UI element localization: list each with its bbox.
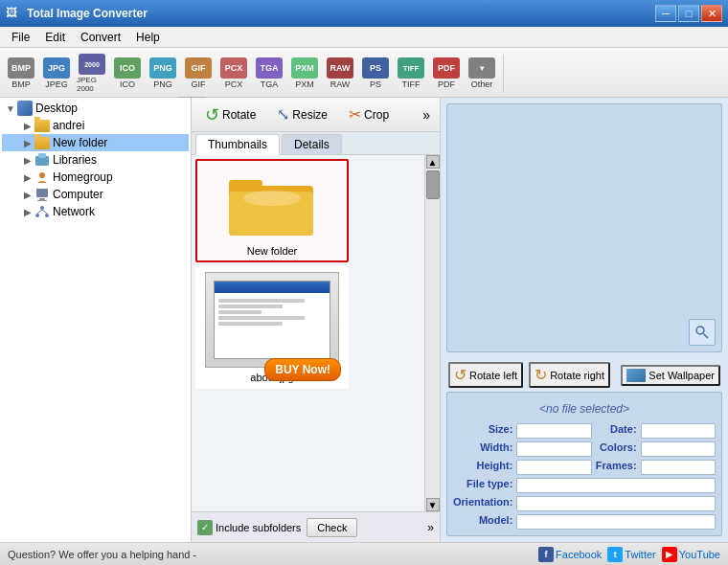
info-panel: <no file selected> Size: Date: Width: Co… xyxy=(446,392,722,536)
expand-button[interactable]: » xyxy=(419,105,434,124)
tree-toggle-network[interactable]: ▶ xyxy=(21,207,34,217)
rotate-right-button[interactable]: ↻ Rotate right xyxy=(529,362,610,388)
format-bmp[interactable]: BMP BMP xyxy=(4,55,38,92)
format-ico[interactable]: ICO ICO xyxy=(110,55,145,92)
tab-thumbnails[interactable]: Thumbnails xyxy=(195,134,280,155)
set-wallpaper-button[interactable]: Set Wallpaper xyxy=(621,365,720,386)
format-raw[interactable]: RAW RAW xyxy=(323,55,357,92)
tree-toggle-computer[interactable]: ▶ xyxy=(21,190,34,200)
tree-toggle-new-folder[interactable]: ▶ xyxy=(21,138,34,148)
svg-point-8 xyxy=(45,214,49,217)
filetype-key: File type: xyxy=(453,478,512,493)
buy-now-button[interactable]: BUY Now! xyxy=(264,358,341,381)
scroll-down[interactable]: ▼ xyxy=(426,498,440,511)
menubar: File Edit Convert Help xyxy=(0,27,728,48)
rotate-left-button[interactable]: ↺ Rotate left xyxy=(448,362,523,388)
folder-icon-new-folder xyxy=(34,135,50,150)
tree-toggle-homegroup[interactable]: ▶ xyxy=(21,172,34,183)
format-pxm[interactable]: PXM PXM xyxy=(287,55,322,92)
rotate-button[interactable]: ↺ Rotate xyxy=(197,102,263,128)
tree-toggle-andrei[interactable]: ▶ xyxy=(21,121,34,131)
svg-point-15 xyxy=(696,327,704,334)
menu-file[interactable]: File xyxy=(4,29,37,46)
preview-area xyxy=(446,103,722,352)
format-jpeg[interactable]: JPG JPEG xyxy=(39,55,74,92)
thumbnail-new-folder[interactable]: New folder xyxy=(195,159,349,262)
format-pdf[interactable]: PDF PDF xyxy=(429,55,464,92)
check-icon: ✓ xyxy=(197,520,213,535)
homegroup-icon xyxy=(34,170,50,185)
minimize-button[interactable]: ─ xyxy=(655,5,676,22)
tree-toggle-desktop[interactable]: ▼ xyxy=(4,103,17,114)
check-button[interactable]: Check xyxy=(307,518,357,537)
tabs-bar: Thumbnails Details xyxy=(192,132,440,155)
folder-icon-andrei xyxy=(34,118,50,133)
format-tga[interactable]: TGA TGA xyxy=(252,55,286,92)
tree-item-network[interactable]: ▶ Network xyxy=(2,203,189,220)
svg-point-2 xyxy=(39,172,45,178)
svg-line-16 xyxy=(704,334,709,339)
ps-icon: PS xyxy=(362,57,389,79)
format-jpeg2000[interactable]: 2000 JPEG 2000 xyxy=(75,51,109,96)
menu-convert[interactable]: Convert xyxy=(73,29,128,46)
scroll-thumb[interactable] xyxy=(426,170,440,199)
height-value xyxy=(516,460,591,475)
network-icon xyxy=(34,204,50,219)
tab-details[interactable]: Details xyxy=(282,134,342,154)
menu-edit[interactable]: Edit xyxy=(37,29,73,46)
statusbar-right: f Facebook t Twitter ▶ YouTube xyxy=(538,547,720,562)
tree-item-desktop[interactable]: ▼ Desktop xyxy=(2,100,189,117)
rotate-left-icon: ↺ xyxy=(454,366,466,384)
close-button[interactable]: ✕ xyxy=(701,5,722,22)
scroll-track[interactable]: ▲ ▼ xyxy=(424,155,440,511)
orientation-key: Orientation: xyxy=(453,496,512,511)
thumbnail-about-jpg[interactable]: BUY Now! about.jpg xyxy=(195,266,349,389)
right-panel: ↺ Rotate left ↻ Rotate right Set Wallpap… xyxy=(441,98,728,542)
pxm-icon: PXM xyxy=(291,57,318,79)
tree-item-computer[interactable]: ▶ Computer xyxy=(2,186,189,203)
youtube-link[interactable]: ▶ YouTube xyxy=(662,547,720,562)
twitter-link[interactable]: t Twitter xyxy=(607,547,655,562)
jpeg-icon: JPG xyxy=(43,57,70,79)
format-other[interactable]: ▾ Other xyxy=(465,55,499,92)
scroll-up[interactable]: ▲ xyxy=(426,155,440,169)
main-layout: ▼ Desktop ▶ andrei ▶ New folder ▶ Librar… xyxy=(0,98,728,542)
tree-item-new-folder[interactable]: ▶ New folder xyxy=(2,134,189,151)
computer-icon xyxy=(34,187,50,202)
model-key: Model: xyxy=(453,514,512,530)
other-icon: ▾ xyxy=(468,57,495,79)
toolbar-sep xyxy=(503,55,504,93)
format-ps[interactable]: PS PS xyxy=(358,55,393,92)
maximize-button[interactable]: □ xyxy=(678,5,699,22)
width-value xyxy=(516,441,591,457)
crop-button[interactable]: ✂ Crop xyxy=(341,102,397,126)
frames-key: Frames: xyxy=(596,460,637,475)
desktop-icon xyxy=(17,101,33,116)
pcx-icon: PCX xyxy=(220,57,247,79)
statusbar: Question? We offer you a helping hand - … xyxy=(0,542,728,565)
format-tiff[interactable]: TIFF TIFF xyxy=(394,55,428,92)
menu-help[interactable]: Help xyxy=(128,29,168,46)
orientation-value xyxy=(516,496,716,511)
include-subfolders-label[interactable]: ✓ Include subfolders xyxy=(197,520,301,535)
size-key: Size: xyxy=(453,423,512,439)
format-toolbar: BMP BMP JPG JPEG 2000 JPEG 2000 ICO ICO … xyxy=(0,48,728,98)
tree-toggle-libraries[interactable]: ▶ xyxy=(21,155,34,166)
format-png[interactable]: PNG PNG xyxy=(146,55,180,92)
bmp-icon: BMP xyxy=(8,57,34,79)
svg-line-10 xyxy=(42,210,47,214)
expand-right-button[interactable]: » xyxy=(427,521,434,534)
format-gif[interactable]: GIF GIF xyxy=(181,55,216,92)
gif-icon: GIF xyxy=(185,57,212,79)
zoom-button[interactable] xyxy=(689,319,716,346)
resize-button[interactable]: ⤡ Resize xyxy=(269,102,335,126)
format-pcx[interactable]: PCX PCX xyxy=(216,55,251,92)
tree-item-homegroup[interactable]: ▶ Homegroup xyxy=(2,169,189,186)
facebook-link[interactable]: f Facebook xyxy=(538,547,602,562)
sidebar: ▼ Desktop ▶ andrei ▶ New folder ▶ Librar… xyxy=(0,98,192,542)
action-bar: ↺ Rotate ⤡ Resize ✂ Crop » xyxy=(192,98,440,132)
tree-item-andrei[interactable]: ▶ andrei xyxy=(2,117,189,134)
tree-item-libraries[interactable]: ▶ Libraries xyxy=(2,151,189,169)
app-title: Total Image Converter xyxy=(27,7,655,20)
size-value xyxy=(516,423,591,439)
